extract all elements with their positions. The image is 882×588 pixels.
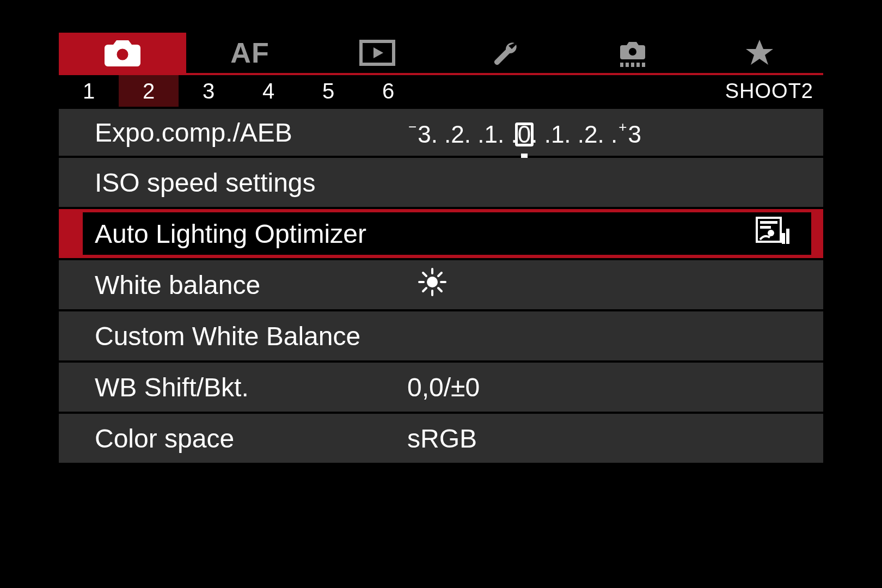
svg-rect-16 bbox=[786, 229, 789, 244]
menu-item-value: 0,0/±0 bbox=[407, 372, 480, 402]
svg-line-24 bbox=[423, 288, 426, 291]
menu-item-iso-speed[interactable]: ISO speed settings bbox=[59, 158, 823, 209]
page-title: SHOOT2 bbox=[725, 79, 823, 103]
menu-item-label: White balance bbox=[95, 270, 260, 300]
main-tab-bar: AF bbox=[59, 33, 823, 75]
page-tab-bar: 1 2 3 4 5 6 SHOOT2 bbox=[59, 75, 823, 107]
svg-rect-9 bbox=[642, 63, 645, 67]
camera-icon bbox=[102, 38, 143, 68]
svg-point-14 bbox=[768, 230, 774, 236]
custom-fn-icon bbox=[615, 38, 650, 68]
svg-point-17 bbox=[427, 277, 438, 287]
tab-playback[interactable] bbox=[314, 33, 441, 73]
menu-item-label: Auto Lighting Optimizer bbox=[95, 219, 366, 249]
menu-item-label: Color space bbox=[95, 424, 234, 454]
wrench-icon bbox=[491, 39, 519, 67]
svg-rect-12 bbox=[760, 221, 777, 224]
menu-item-label: Custom White Balance bbox=[95, 321, 360, 351]
alo-icon bbox=[756, 217, 789, 251]
play-icon bbox=[359, 40, 395, 66]
camera-menu-screen: AF bbox=[59, 33, 823, 555]
svg-line-22 bbox=[423, 273, 426, 276]
svg-marker-10 bbox=[746, 40, 773, 65]
tab-af[interactable]: AF bbox=[186, 33, 314, 73]
menu-item-color-space[interactable]: Color space sRGB bbox=[59, 414, 823, 465]
sun-icon bbox=[418, 268, 446, 302]
page-6[interactable]: 6 bbox=[358, 75, 418, 107]
page-4[interactable]: 4 bbox=[238, 75, 298, 107]
exposure-pointer: 0 bbox=[518, 121, 531, 148]
tab-mymenu[interactable] bbox=[696, 33, 823, 73]
tab-custom-fn[interactable] bbox=[568, 33, 696, 73]
svg-rect-5 bbox=[620, 63, 623, 67]
svg-marker-3 bbox=[373, 47, 383, 58]
menu-item-label: ISO speed settings bbox=[95, 168, 316, 198]
tab-shoot[interactable] bbox=[59, 33, 186, 73]
svg-rect-15 bbox=[782, 233, 785, 244]
svg-point-4 bbox=[629, 48, 636, 56]
exposure-scale: −3. .2. .1. . 0 . .1. .2. .+3 bbox=[407, 109, 641, 160]
page-5[interactable]: 5 bbox=[298, 75, 358, 107]
af-icon: AF bbox=[230, 36, 269, 69]
page-1[interactable]: 1 bbox=[59, 75, 119, 107]
menu-list: Expo.comp./AEB −3. .2. .1. . 0 . .1. .2.… bbox=[59, 107, 823, 465]
svg-rect-8 bbox=[636, 63, 640, 67]
svg-line-23 bbox=[438, 288, 442, 291]
svg-rect-13 bbox=[760, 226, 771, 229]
menu-item-value: sRGB bbox=[407, 424, 477, 454]
menu-item-white-balance[interactable]: White balance bbox=[59, 260, 823, 311]
star-icon bbox=[745, 39, 774, 67]
page-2[interactable]: 2 bbox=[119, 75, 179, 107]
page-3[interactable]: 3 bbox=[179, 75, 238, 107]
menu-item-auto-lighting-optimizer[interactable]: Auto Lighting Optimizer bbox=[59, 209, 823, 260]
svg-line-25 bbox=[438, 273, 442, 276]
tab-setup[interactable] bbox=[441, 33, 568, 73]
svg-rect-6 bbox=[626, 63, 629, 67]
menu-item-label: WB Shift/Bkt. bbox=[95, 372, 249, 402]
menu-item-label: Expo.comp./AEB bbox=[95, 118, 292, 148]
menu-item-wb-shift[interactable]: WB Shift/Bkt. 0,0/±0 bbox=[59, 363, 823, 414]
svg-rect-7 bbox=[631, 63, 634, 67]
menu-item-expo-comp[interactable]: Expo.comp./AEB −3. .2. .1. . 0 . .1. .2.… bbox=[59, 107, 823, 158]
menu-item-custom-wb[interactable]: Custom White Balance bbox=[59, 311, 823, 363]
